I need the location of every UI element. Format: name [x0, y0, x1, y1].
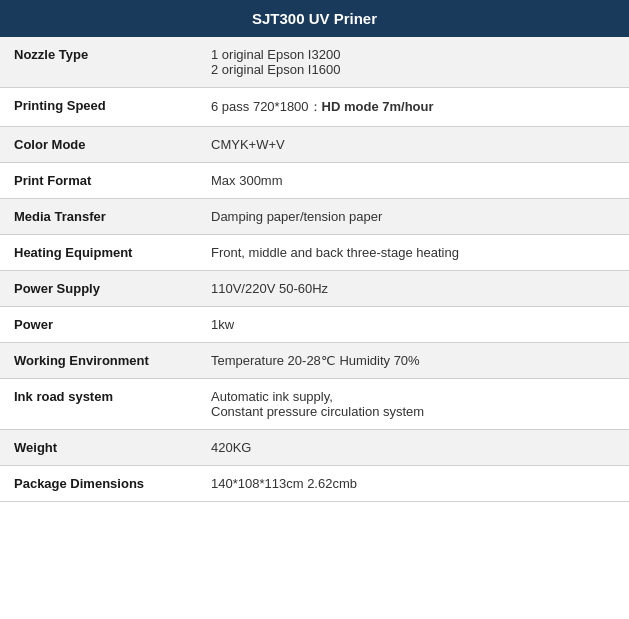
table-row: Nozzle Type1 original Epson I32002 origi… [0, 37, 629, 88]
spec-label: Nozzle Type [0, 37, 197, 88]
table-row: Color ModeCMYK+W+V [0, 127, 629, 163]
spec-label: Power Supply [0, 271, 197, 307]
spec-value: 420KG [197, 430, 629, 466]
spec-table: Nozzle Type1 original Epson I32002 origi… [0, 37, 629, 502]
table-row: Power Supply110V/220V 50-60Hz [0, 271, 629, 307]
table-row: Heating EquipmentFront, middle and back … [0, 235, 629, 271]
spec-label: Power [0, 307, 197, 343]
spec-value: Temperature 20-28℃ Humidity 70% [197, 343, 629, 379]
spec-value: Front, middle and back three-stage heati… [197, 235, 629, 271]
spec-value: Damping paper/tension paper [197, 199, 629, 235]
spec-label: Media Transfer [0, 199, 197, 235]
spec-label: Heating Equipment [0, 235, 197, 271]
spec-value: CMYK+W+V [197, 127, 629, 163]
spec-label: Package Dimensions [0, 466, 197, 502]
spec-value: Max 300mm [197, 163, 629, 199]
table-row: Package Dimensions140*108*113cm 2.62cmb [0, 466, 629, 502]
spec-label: Color Mode [0, 127, 197, 163]
spec-label: Print Format [0, 163, 197, 199]
spec-table-container: SJT300 UV Priner Nozzle Type1 original E… [0, 0, 629, 502]
spec-label: Weight [0, 430, 197, 466]
table-row: Weight420KG [0, 430, 629, 466]
spec-label: Printing Speed [0, 88, 197, 127]
header-title: SJT300 UV Priner [252, 10, 377, 27]
spec-value: Automatic ink supply,Constant pressure c… [197, 379, 629, 430]
table-row: Working EnvironmentTemperature 20-28℃ Hu… [0, 343, 629, 379]
spec-value: 6 pass 720*1800：HD mode 7m/hour [197, 88, 629, 127]
table-row: Ink road systemAutomatic ink supply,Cons… [0, 379, 629, 430]
table-row: Printing Speed6 pass 720*1800：HD mode 7m… [0, 88, 629, 127]
spec-label: Ink road system [0, 379, 197, 430]
spec-label: Working Environment [0, 343, 197, 379]
spec-value: 1kw [197, 307, 629, 343]
spec-value: 110V/220V 50-60Hz [197, 271, 629, 307]
spec-value: 1 original Epson I32002 original Epson I… [197, 37, 629, 88]
table-row: Print FormatMax 300mm [0, 163, 629, 199]
table-row: Power1kw [0, 307, 629, 343]
table-header: SJT300 UV Priner [0, 0, 629, 37]
table-row: Media TransferDamping paper/tension pape… [0, 199, 629, 235]
spec-value: 140*108*113cm 2.62cmb [197, 466, 629, 502]
